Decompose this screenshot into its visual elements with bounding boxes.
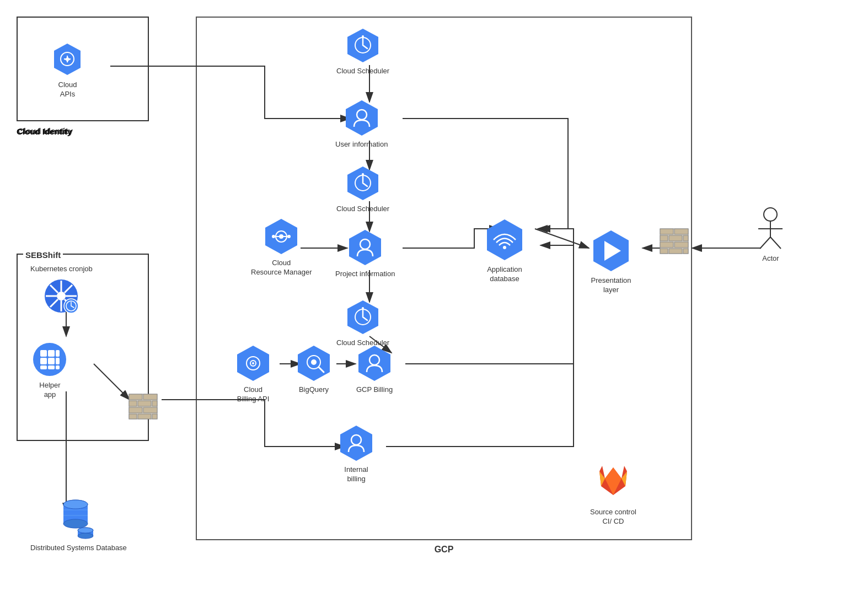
svg-point-71 [57, 292, 66, 300]
cloud-billing-api-label: CloudBilling API [237, 385, 270, 404]
sebshift-label: SEBShift [23, 250, 63, 260]
user-information-icon [343, 99, 381, 137]
svg-point-29 [272, 235, 275, 238]
user-information-label: User information [335, 140, 388, 149]
helper-app-label: Helperapp [39, 381, 60, 400]
svg-point-28 [279, 234, 283, 239]
source-control-label: Source controlCI/ CD [590, 508, 636, 526]
application-database-label: Applicationdatabase [487, 265, 522, 284]
internal-billing-node: Internalbilling [337, 424, 375, 484]
application-database-icon [483, 218, 527, 262]
svg-rect-86 [40, 358, 47, 364]
svg-rect-63 [669, 249, 682, 254]
gcp-label: GCP [435, 545, 454, 555]
svg-rect-98 [129, 407, 142, 413]
svg-point-30 [287, 235, 291, 238]
svg-rect-91 [56, 365, 60, 369]
svg-point-112 [78, 528, 93, 533]
actor-label: Actor [762, 254, 779, 264]
svg-rect-57 [660, 235, 668, 241]
presentation-layer-label: Presentationlayer [591, 276, 631, 295]
project-information-node: Project information [335, 229, 395, 279]
svg-rect-87 [48, 358, 55, 364]
gcp-billing-node: GCP Billing [356, 345, 393, 395]
cloud-scheduler-2-node: Cloud Scheduler [336, 165, 389, 214]
user-information-node: User information [335, 99, 388, 149]
source-control-icon [591, 463, 635, 504]
svg-point-20 [362, 35, 364, 37]
diagram-container: GCP Cloud Identity SEBShift [0, 0, 868, 613]
gcp-billing-icon [356, 345, 393, 382]
svg-point-45 [311, 359, 317, 365]
presentation-layer-node: Presentationlayer [589, 229, 633, 295]
svg-line-69 [770, 237, 781, 249]
svg-point-65 [764, 208, 777, 221]
distributed-db-label: Distributed Systems Database [30, 544, 127, 553]
gcp-billing-label: GCP Billing [356, 385, 393, 395]
cloud-resource-manager-icon [262, 218, 300, 255]
svg-rect-97 [152, 401, 157, 406]
cloud-scheduler-1-label: Cloud Scheduler [336, 67, 389, 76]
svg-rect-55 [660, 229, 673, 234]
actor-icon [756, 207, 786, 251]
distributed-db-node: Distributed Systems Database [30, 496, 127, 553]
svg-point-106 [63, 500, 88, 509]
svg-rect-95 [129, 401, 137, 406]
application-database-node: Applicationdatabase [483, 218, 527, 284]
svg-rect-90 [48, 365, 55, 369]
cloud-apis-icon: ⟡ [50, 41, 85, 77]
kubernetes-cronjob-text-label: Kubernetes cronjob [30, 265, 93, 274]
svg-point-41 [252, 362, 254, 364]
svg-marker-21 [346, 100, 378, 136]
cloud-scheduler-2-icon [345, 165, 381, 201]
svg-rect-88 [56, 358, 60, 364]
svg-rect-84 [48, 350, 55, 357]
svg-rect-96 [138, 401, 151, 406]
svg-rect-99 [143, 407, 157, 413]
svg-rect-93 [129, 394, 142, 400]
project-information-label: Project information [335, 270, 395, 279]
svg-line-68 [760, 237, 770, 249]
cloud-apis-label: CloudAPIs [58, 80, 77, 99]
cloud-identity-bottom-label: Cloud Identity [17, 127, 72, 136]
cloud-resource-manager-node: CloudResource Manager [251, 218, 312, 277]
svg-rect-64 [683, 249, 688, 254]
svg-marker-48 [340, 426, 372, 461]
actor-node: Actor [756, 207, 786, 264]
firewall-sebshift-icon [128, 391, 158, 422]
bigquery-icon [295, 345, 333, 382]
cloud-resource-manager-label: CloudResource Manager [251, 259, 312, 277]
svg-point-25 [362, 173, 364, 175]
cloud-scheduler-3-icon [345, 299, 381, 335]
svg-rect-102 [152, 414, 157, 419]
svg-rect-94 [143, 394, 157, 400]
firewall-sebshift-node [128, 391, 158, 422]
source-control-node: Source controlCI/ CD [590, 463, 636, 526]
bigquery-node: BigQuery [295, 345, 333, 395]
svg-rect-61 [674, 242, 688, 248]
cloud-apis-node: ⟡ CloudAPIs [50, 41, 85, 99]
kubernetes-cronjob-icon [44, 278, 79, 314]
svg-rect-101 [138, 414, 151, 419]
svg-marker-33 [349, 230, 381, 265]
svg-point-37 [362, 307, 364, 309]
svg-rect-59 [683, 235, 688, 241]
cloud-billing-api-icon [234, 345, 272, 382]
cloud-scheduler-2-label: Cloud Scheduler [336, 205, 389, 214]
internal-billing-icon [337, 424, 375, 462]
distributed-db-icon [59, 496, 98, 540]
firewall-presentation-icon [659, 226, 689, 256]
cloud-scheduler-3-node: Cloud Scheduler [336, 299, 389, 348]
project-information-icon [346, 229, 384, 266]
svg-rect-83 [40, 350, 47, 357]
svg-rect-89 [40, 365, 47, 369]
svg-marker-46 [358, 346, 390, 381]
svg-point-105 [63, 519, 88, 528]
kubernetes-cronjob-node: Kubernetes cronjob [30, 265, 93, 314]
cloud-scheduler-1-node: Cloud Scheduler [336, 28, 389, 76]
presentation-layer-icon [589, 229, 633, 273]
helper-app-node: Helperapp [32, 342, 68, 400]
svg-rect-62 [660, 249, 668, 254]
svg-rect-100 [129, 414, 137, 419]
firewall-presentation-node [659, 226, 689, 256]
